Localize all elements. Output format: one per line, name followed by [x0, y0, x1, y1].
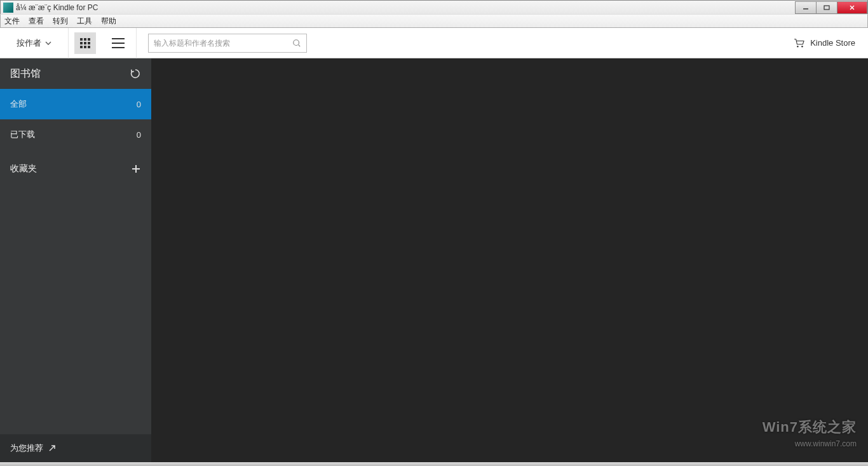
sort-label: 按作者 — [17, 37, 41, 49]
external-arrow-icon — [48, 444, 56, 452]
content-area: Win7系统之家 www.winwin7.com — [151, 58, 868, 462]
cart-icon — [794, 38, 805, 48]
search-input[interactable] — [154, 39, 292, 48]
svg-point-4 — [294, 39, 299, 45]
search-box[interactable] — [148, 34, 307, 53]
refresh-icon[interactable] — [130, 68, 141, 79]
sidebar-item-downloaded[interactable]: 已下载 0 — [0, 119, 151, 150]
sidebar: 图书馆 全部 0 已下载 0 收藏夹 — [0, 58, 151, 462]
sidebar-item-count: 0 — [137, 100, 141, 109]
minimize-button[interactable] — [795, 1, 817, 14]
grid-icon — [80, 38, 90, 48]
watermark-line1: Win7系统之家 — [763, 418, 857, 437]
svg-line-5 — [299, 44, 301, 46]
recommended-label: 为您推荐 — [10, 443, 43, 454]
library-title: 图书馆 — [10, 67, 41, 81]
svg-point-6 — [797, 46, 798, 47]
sidebar-item-all[interactable]: 全部 0 — [0, 89, 151, 119]
sidebar-library-header: 图书馆 — [0, 58, 151, 89]
sort-dropdown[interactable]: 按作者 — [0, 28, 69, 58]
chevron-down-icon — [45, 41, 51, 45]
plus-icon[interactable] — [131, 164, 141, 174]
sidebar-item-label: 全部 — [10, 98, 27, 110]
toolbar-divider — [136, 28, 137, 58]
window-titlebar: å¼ æ¨æ¨ç Kindle for PC — [0, 0, 868, 14]
toolbar: 按作者 Kindle Store — [0, 28, 868, 58]
svg-point-7 — [801, 46, 803, 47]
sidebar-recommended[interactable]: 为您推荐 — [0, 434, 151, 462]
grid-view-button[interactable] — [69, 28, 102, 58]
app-icon — [3, 3, 13, 13]
collections-label: 收藏夹 — [10, 163, 37, 175]
sidebar-item-count: 0 — [137, 130, 141, 140]
maximize-button[interactable] — [816, 1, 837, 14]
sidebar-collections-header: 收藏夹 — [0, 154, 151, 184]
search-icon — [292, 39, 301, 48]
menu-goto[interactable]: 转到 — [53, 16, 68, 27]
svg-rect-1 — [824, 6, 829, 10]
kindle-store-link[interactable]: Kindle Store — [794, 38, 855, 48]
list-icon — [112, 38, 125, 48]
close-button[interactable] — [837, 1, 867, 14]
menu-bar: 文件 查看 转到 工具 帮助 — [0, 14, 868, 28]
minimize-icon — [802, 4, 810, 11]
close-icon — [848, 4, 856, 11]
menu-help[interactable]: 帮助 — [101, 16, 116, 27]
watermark-line2: www.winwin7.com — [795, 439, 857, 448]
taskbar-sliver — [0, 462, 868, 466]
menu-file[interactable]: 文件 — [4, 16, 20, 27]
list-view-button[interactable] — [102, 28, 135, 58]
menu-view[interactable]: 查看 — [29, 16, 44, 27]
sidebar-item-label: 已下载 — [10, 129, 35, 140]
store-label: Kindle Store — [810, 38, 855, 48]
maximize-icon — [823, 4, 831, 11]
menu-tools[interactable]: 工具 — [77, 16, 92, 27]
window-title: å¼ æ¨æ¨ç Kindle for PC — [16, 3, 796, 12]
